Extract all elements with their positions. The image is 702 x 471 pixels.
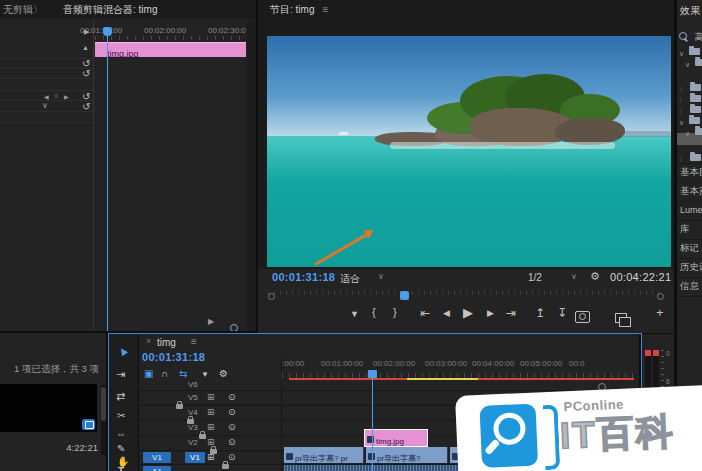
track-name-v2[interactable]: V2 <box>188 438 198 447</box>
ec-scrollbar[interactable] <box>247 20 256 331</box>
program-playhead[interactable] <box>400 291 409 300</box>
ec-playhead-line[interactable] <box>107 32 108 331</box>
param-expand-icon[interactable]: ∨ <box>42 101 48 110</box>
timeline-current-time[interactable]: 00:01:31:18 <box>142 351 205 363</box>
sync-lock-icon-v1[interactable]: ⊞ <box>207 452 215 462</box>
tab-essential-graphics[interactable]: 基本图形 <box>677 163 702 182</box>
scrubber-end-dot[interactable] <box>657 293 664 300</box>
track-select-tool[interactable]: ⇥ <box>116 368 125 381</box>
kf-next-icon[interactable]: ▶ <box>64 93 69 100</box>
tab-libraries[interactable]: 库 <box>677 220 702 239</box>
bin-row[interactable]: ∨ <box>677 42 702 53</box>
goto-out-button[interactable]: ⇥ <box>506 306 516 320</box>
scrubber-start-dot[interactable] <box>268 293 275 300</box>
add-marker-button[interactable]: ▼ <box>350 309 359 319</box>
lock-icon-v3[interactable] <box>199 434 206 439</box>
eye-icon-v5[interactable]: ⊙ <box>228 392 236 402</box>
eye-icon-v3[interactable]: ⊙ <box>228 422 236 432</box>
track-name-v4[interactable]: V4 <box>188 408 198 417</box>
chevron-right-icon[interactable]: 〉 <box>679 156 686 163</box>
ec-clip-bar[interactable]: timg.jpg <box>95 42 246 57</box>
extract-button[interactable]: ↧ <box>557 306 567 320</box>
tab-effects[interactable]: 效果 <box>677 0 702 18</box>
bin-row[interactable]: 〉 <box>677 78 702 89</box>
program-scrubber[interactable] <box>268 291 664 300</box>
program-current-time[interactable]: 00:01:31:18 <box>272 271 335 283</box>
eye-icon-v2[interactable]: ⊙ <box>228 437 236 447</box>
slip-tool[interactable]: ⇔ <box>116 428 126 439</box>
sync-lock-icon-v4[interactable]: ⊞ <box>207 407 215 417</box>
kf-prev-icon[interactable]: ◀ <box>44 93 49 100</box>
linked-selection-icon[interactable]: ⇆ <box>179 368 187 379</box>
source-patch-a1[interactable]: A1 <box>143 466 171 471</box>
effects-search[interactable]: 高 <box>679 26 702 39</box>
tab-no-clip[interactable]: 无剪辑〉 <box>3 3 43 17</box>
step-back-button[interactable]: ◀ <box>443 308 450 318</box>
project-scrollbar-thumb[interactable] <box>101 387 106 421</box>
lock-icon-v5[interactable] <box>176 404 183 409</box>
reset-param-icon[interactable]: ↺ <box>82 101 90 112</box>
tab-program[interactable]: 节目: timg <box>270 3 314 17</box>
pen-tool[interactable]: ✎ <box>117 443 125 454</box>
clip-timg-v2[interactable]: timg.jpg <box>364 429 428 447</box>
kf-add-icon[interactable]: ○ <box>54 92 58 99</box>
lift-button[interactable]: ↥ <box>535 306 545 320</box>
goto-in-button[interactable]: ⇤ <box>420 306 430 320</box>
sync-lock-icon-v5[interactable]: ⊞ <box>207 392 215 402</box>
zoom-level-select[interactable]: 适合 <box>340 272 360 286</box>
sync-lock-icon-v3[interactable]: ⊞ <box>207 422 215 432</box>
expand-right-icon[interactable]: ▶ <box>84 28 89 36</box>
lock-icon-v1[interactable] <box>222 464 229 469</box>
project-scrollbar[interactable] <box>101 385 106 455</box>
timeline-settings-icon[interactable]: ⚙ <box>219 368 228 379</box>
type-tool[interactable]: T <box>118 466 124 471</box>
tab-history[interactable]: 历史记录 <box>677 258 702 277</box>
step-forward-button[interactable]: ▶ <box>487 308 494 318</box>
eye-icon-v1[interactable]: ⊙ <box>228 452 236 462</box>
track-name-v5[interactable]: V5 <box>188 393 198 402</box>
reset-param-icon[interactable]: ↺ <box>82 68 90 79</box>
program-video[interactable] <box>267 36 671 267</box>
comparison-view-button[interactable] <box>615 313 627 323</box>
tab-lumetri-color[interactable]: Lumetri 颜色 <box>677 201 702 220</box>
track-name-v3[interactable]: V3 <box>188 423 198 432</box>
tab-info[interactable]: 信息 <box>677 277 702 297</box>
timeline-playhead-line[interactable] <box>372 376 373 471</box>
clip-v1-1[interactable]: pr导出字幕? pr <box>284 447 364 463</box>
bin-row[interactable]: 〉 <box>677 148 702 159</box>
snap-toggle-icon[interactable]: ∩ <box>161 368 168 379</box>
play-audio-icon[interactable]: ▶ <box>208 317 214 326</box>
timeline-tab-close-icon[interactable]: × <box>146 336 151 346</box>
track-name-v6[interactable]: V6 <box>188 380 198 389</box>
timeline-marker-icon[interactable]: ▼ <box>201 370 209 379</box>
tab-essential-sound[interactable]: 基本声音 <box>677 182 702 201</box>
zoom-select-chevron-icon[interactable]: ∨ <box>378 272 384 281</box>
ec-playhead-head[interactable] <box>103 27 112 36</box>
chevron-down-icon[interactable]: ∨ <box>685 130 690 137</box>
collapse-icon[interactable]: ▲ <box>82 44 89 51</box>
eye-icon-v4[interactable]: ⊙ <box>228 407 236 417</box>
playback-resolution-select[interactable]: 1/2 <box>528 272 542 283</box>
razor-tool[interactable]: ✂ <box>117 410 125 421</box>
mark-in-button[interactable]: { <box>372 306 376 318</box>
button-editor-plus[interactable]: + <box>656 305 664 320</box>
track-name-v1[interactable]: V1 <box>185 452 205 463</box>
selection-tool[interactable]: ▲ <box>114 342 132 360</box>
panel-menu-icon[interactable]: ≡ <box>322 4 328 15</box>
clip-v1-2[interactable]: pr导出字幕? <box>366 447 448 463</box>
sync-lock-icon-v2[interactable]: ⊞ <box>207 437 215 447</box>
monitor-settings-icon[interactable]: ⚙ <box>590 270 600 283</box>
tab-audio-clip-mixer[interactable]: 音频剪辑混合器: timg <box>63 3 157 17</box>
timeline-panel-menu-icon[interactable]: ≡ <box>191 336 197 347</box>
project-thumbnail[interactable] <box>0 384 97 432</box>
nest-toggle-icon[interactable]: ▣ <box>144 368 153 379</box>
play-button[interactable]: ▶ <box>463 305 473 320</box>
source-patch-v1[interactable]: V1 <box>143 452 171 463</box>
resolution-chevron-icon[interactable]: ∨ <box>571 272 577 281</box>
ec-zoom-icon[interactable] <box>230 324 238 331</box>
tab-markers[interactable]: 标记 <box>677 239 702 258</box>
mark-out-button[interactable]: } <box>393 306 397 318</box>
export-frame-button[interactable] <box>575 311 590 323</box>
chevron-down-icon[interactable]: ∨ <box>685 61 690 68</box>
ripple-edit-tool[interactable]: ⇄ <box>116 390 125 403</box>
